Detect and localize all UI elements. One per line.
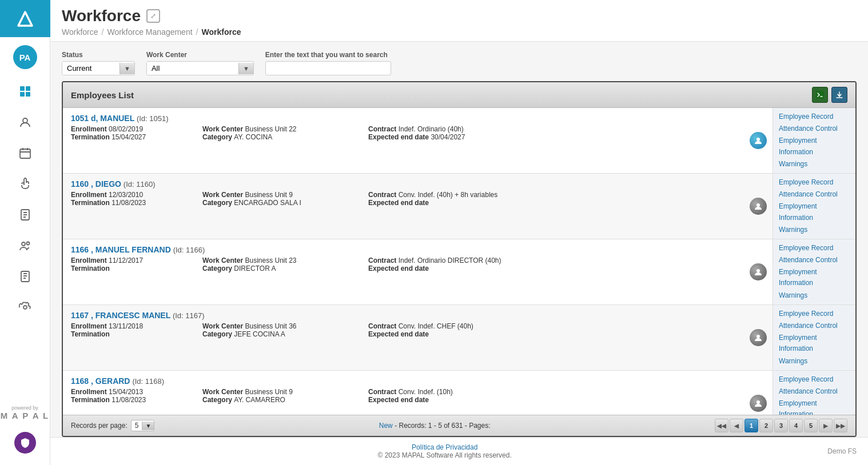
employee-avatar-4 — [750, 395, 767, 412]
page-3-btn[interactable]: 3 — [774, 419, 788, 432]
svg-rect-3 — [26, 92, 30, 97]
employee-main-3: 1167 , FRANCESC MANEL (Id: 1167) Enrollm… — [63, 305, 744, 370]
page-first-btn[interactable]: ◀◀ — [715, 419, 728, 432]
action-link-3[interactable]: Warnings — [779, 290, 850, 301]
sidebar-item-profile[interactable] — [11, 108, 39, 137]
page-5-btn[interactable]: 5 — [804, 419, 818, 432]
pagination-controls: ◀◀ ◀ 1 2 3 4 5 ▶ ▶▶ — [715, 419, 847, 432]
sidebar-item-team[interactable] — [11, 231, 39, 260]
page-last-btn[interactable]: ▶▶ — [834, 419, 847, 432]
svg-rect-5 — [20, 149, 30, 158]
contract-label-4: Contract — [368, 388, 399, 396]
records-per-page-dropdown-btn[interactable]: ▼ — [142, 422, 154, 430]
sidebar-item-documents[interactable] — [11, 262, 39, 291]
privacy-link[interactable]: Política de Privacidad — [412, 443, 477, 451]
svg-rect-0 — [20, 86, 25, 91]
sidebar-item-schedule[interactable] — [11, 139, 39, 167]
employee-id-4: (Id: 1168) — [132, 377, 164, 386]
action-link-0[interactable]: Employee Record — [779, 243, 850, 254]
employee-actions-4: Employee RecordAttendance ControlEmploym… — [773, 371, 855, 415]
privacy-icon[interactable] — [14, 432, 36, 454]
new-link[interactable]: New — [379, 422, 393, 430]
employee-col-wc-4: Work Center Business Unit 9 Category AY.… — [202, 388, 351, 404]
wc-label-4: Work Center — [202, 388, 245, 396]
header-title-row: Workforce ⤢ — [62, 7, 857, 25]
action-link-2[interactable]: Employment Information — [779, 398, 850, 415]
svg-point-14 — [756, 269, 760, 272]
action-link-3[interactable]: Warnings — [779, 225, 850, 235]
action-link-3[interactable]: Warnings — [779, 356, 850, 367]
breadcrumb-workforce[interactable]: Workforce — [62, 27, 98, 37]
termination-label-0: Termination — [71, 133, 112, 141]
cat-val-0: AY. COCINA — [234, 133, 272, 141]
employee-details-2: Enrollment 11/12/2017 Termination Work C… — [71, 256, 736, 272]
wc-val-3: Business Unit 36 — [245, 322, 296, 330]
powered-by-label: powered by — [11, 405, 38, 411]
employee-details-4: Enrollment 15/04/2013 Termination 11/08/… — [71, 388, 736, 404]
status-input[interactable] — [62, 62, 120, 75]
termination-label-4: Termination — [71, 396, 112, 404]
page-4-btn[interactable]: 4 — [789, 419, 803, 432]
app-logo[interactable] — [0, 0, 50, 37]
action-link-3[interactable]: Warnings — [779, 159, 850, 170]
page-prev-btn[interactable]: ◀ — [730, 419, 743, 432]
employee-icon-0 — [744, 108, 773, 173]
wc-label-0: Work Center — [202, 125, 245, 133]
search-input[interactable] — [265, 61, 391, 75]
action-link-0[interactable]: Employee Record — [779, 308, 850, 319]
status-dropdown-btn[interactable]: ▼ — [120, 63, 134, 74]
action-link-0[interactable]: Employee Record — [779, 111, 850, 122]
action-link-0[interactable]: Employee Record — [779, 177, 850, 188]
work-center-label: Work Center — [146, 51, 254, 59]
action-link-1[interactable]: Attendance Control — [779, 255, 850, 266]
employee-avatar-3 — [750, 329, 767, 346]
status-filter-group: Status ▼ — [62, 51, 135, 75]
action-link-2[interactable]: Employment Information — [779, 267, 850, 288]
employee-col-dates-1: Enrollment 12/03/2010 Termination 11/08/… — [71, 191, 185, 207]
contract-val-2: Indef. Ordinario DIRECTOR (40h) — [399, 256, 501, 264]
action-link-0[interactable]: Employee Record — [779, 374, 850, 385]
termination-val-4: 11/08/2023 — [112, 396, 146, 404]
employee-id-2: (Id: 1166) — [173, 246, 205, 254]
sidebar-item-requests[interactable] — [11, 170, 39, 198]
action-link-1[interactable]: Attendance Control — [779, 320, 850, 331]
employee-avatar-1 — [750, 198, 767, 215]
avatar[interactable]: PA — [13, 45, 37, 69]
action-link-2[interactable]: Employment Information — [779, 201, 850, 223]
page-2-btn[interactable]: 2 — [759, 419, 773, 432]
employee-name-4: 1168 , GERARD (Id: 1168) — [71, 376, 736, 386]
export-excel-button[interactable] — [812, 87, 828, 103]
employee-col-dates-0: Enrollment 08/02/2019 Termination 15/04/… — [71, 125, 185, 141]
employee-list: 1051 d, MANUEL (Id: 1051) Enrollment 08/… — [63, 108, 855, 415]
employee-main-1: 1160 , DIEGO (Id: 1160) Enrollment 12/03… — [63, 174, 744, 239]
svg-rect-2 — [20, 92, 25, 97]
table-row: 1166 , MANUEL FERNAND (Id: 1166) Enrollm… — [63, 239, 855, 305]
action-link-1[interactable]: Attendance Control — [779, 386, 850, 397]
page-title: Workforce — [62, 7, 141, 25]
action-link-1[interactable]: Attendance Control — [779, 123, 850, 134]
action-link-2[interactable]: Employment Information — [779, 135, 850, 157]
work-center-dropdown-btn[interactable]: ▼ — [238, 63, 253, 74]
contract-val-3: Conv. Indef. CHEF (40h) — [399, 322, 473, 330]
work-center-filter-group: Work Center ▼ — [146, 51, 254, 75]
expand-button[interactable]: ⤢ — [146, 9, 160, 23]
action-link-1[interactable]: Attendance Control — [779, 189, 850, 200]
page-1-btn[interactable]: 1 — [744, 419, 758, 432]
sidebar: PA — [0, 0, 50, 465]
action-link-2[interactable]: Employment Information — [779, 332, 850, 354]
termination-val-0: 15/04/2027 — [112, 133, 146, 141]
sidebar-item-dashboard[interactable] — [11, 77, 39, 106]
work-center-input[interactable] — [147, 62, 238, 75]
sidebar-item-reports[interactable] — [11, 201, 39, 229]
page-next-btn[interactable]: ▶ — [819, 419, 833, 432]
search-label: Enter the text that you want to search — [265, 51, 391, 59]
sidebar-item-settings[interactable] — [11, 293, 39, 322]
employee-col-dates-2: Enrollment 11/12/2017 Termination — [71, 256, 185, 272]
header: Workforce ⤢ Workforce / Workforce Manage… — [50, 0, 868, 42]
employee-col-contract-4: Contract Conv. Indef. (10h) Expected end… — [368, 388, 494, 404]
breadcrumb-workforce-mgmt[interactable]: Workforce Management — [107, 27, 192, 37]
footer-copyright: © 2023 MAPAL Software All rights reserve… — [378, 451, 512, 459]
demo-label: Demo FS — [827, 447, 857, 455]
download-button[interactable] — [831, 87, 847, 103]
enrollment-label-2: Enrollment — [71, 256, 109, 264]
